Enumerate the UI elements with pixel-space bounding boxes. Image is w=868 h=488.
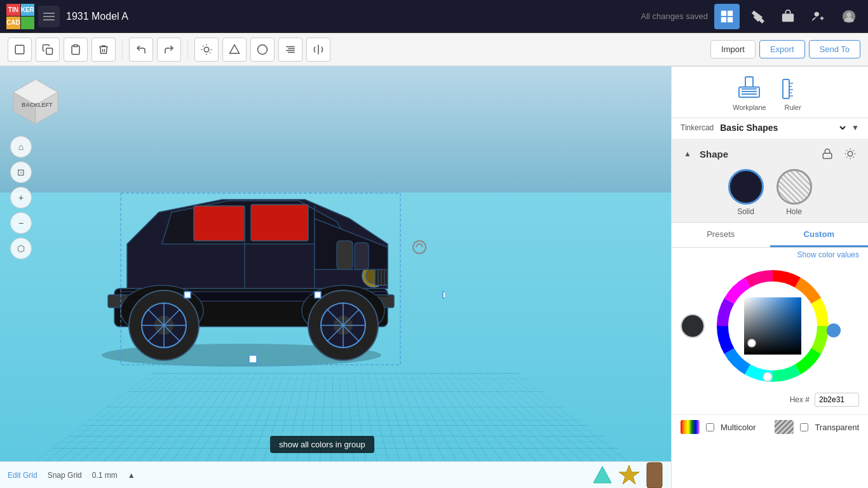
presets-tab[interactable]: Presets <box>672 223 770 247</box>
svg-rect-0 <box>43 13 55 14</box>
edit-grid-label[interactable]: Edit Grid <box>8 471 37 480</box>
workplane-tool[interactable]: Workplane <box>733 73 766 111</box>
svg-rect-70 <box>315 292 321 298</box>
svg-rect-3 <box>721 10 726 15</box>
svg-point-73 <box>413 241 426 254</box>
svg-line-94 <box>853 157 854 158</box>
main-area: BACK LEFT ⌂ ⊡ + − ⬡ <box>0 66 868 488</box>
copy-button[interactable] <box>36 37 60 62</box>
hex-label: Hex # <box>790 395 810 404</box>
brown-shape <box>646 459 663 489</box>
svg-line-93 <box>846 150 847 151</box>
multicolor-checkbox[interactable] <box>706 423 714 431</box>
workplane-label: Workplane <box>733 104 766 111</box>
shape-tool-button[interactable] <box>222 37 247 62</box>
svg-rect-68 <box>249 355 257 363</box>
align-tool-button[interactable] <box>278 37 302 62</box>
grid-view-button[interactable] <box>714 4 740 29</box>
zoom-out-button[interactable]: − <box>10 212 32 234</box>
3d-viewport[interactable]: BACK LEFT ⌂ ⊡ + − ⬡ <box>0 66 671 488</box>
hex-input[interactable] <box>815 393 859 407</box>
solid-shape-option[interactable]: Solid <box>728 169 764 216</box>
svg-line-18 <box>210 52 210 53</box>
color-bottom-options: Multicolor Transparent <box>672 414 868 439</box>
svg-marker-76 <box>619 465 639 484</box>
orientation-cube[interactable]: BACK LEFT <box>10 76 61 127</box>
workplane-ruler-row: Workplane Ruler <box>672 66 868 118</box>
tooltip-show-colors: show all colors in group <box>270 436 374 453</box>
perspective-button[interactable]: ⬡ <box>10 238 32 259</box>
tools-button[interactable] <box>745 4 770 29</box>
add-person-button[interactable] <box>806 4 831 29</box>
svg-line-17 <box>203 46 203 46</box>
svg-rect-77 <box>647 463 662 488</box>
car-model <box>64 130 445 371</box>
fit-nav-button[interactable]: ⊡ <box>10 161 32 183</box>
tinkercad-logo[interactable]: TIN KER CAD <box>6 4 32 29</box>
separator-2 <box>187 40 188 59</box>
svg-rect-80 <box>742 91 757 92</box>
light-tool-button[interactable] <box>194 37 219 62</box>
separator-1 <box>122 40 123 59</box>
transparent-label[interactable]: Transparent <box>815 423 859 432</box>
briefcase-button[interactable] <box>775 4 801 29</box>
blue-hue-indicator <box>827 323 841 337</box>
shape-header: ▲ Shape <box>681 145 859 163</box>
logo-cell-tin: TIN <box>6 4 20 17</box>
solid-circle <box>728 169 764 205</box>
transparent-checkbox[interactable] <box>800 423 808 431</box>
show-color-values-link[interactable]: Show color values <box>797 250 859 259</box>
shape-icons <box>818 145 859 163</box>
delete-button[interactable] <box>92 37 116 62</box>
undo-button[interactable] <box>129 37 153 62</box>
ruler-tool[interactable]: Ruler <box>779 73 807 111</box>
color-picker-area: Show color values <box>672 248 868 414</box>
svg-rect-69 <box>184 292 191 298</box>
redo-button[interactable] <box>157 37 181 62</box>
color-wheel-container[interactable] <box>712 266 833 386</box>
logo-cell-ker: KER <box>21 4 34 17</box>
sendto-button[interactable]: Send To <box>809 40 860 58</box>
viewport-bottom-bar: Edit Grid Snap Grid 0.1 mm ▲ <box>0 461 671 488</box>
right-panel: Workplane Ruler Tinker <box>671 66 868 488</box>
selected-color-circle[interactable] <box>681 314 705 338</box>
svg-rect-13 <box>74 44 78 46</box>
svg-line-98 <box>853 150 854 151</box>
svg-marker-75 <box>593 466 611 483</box>
profile-button[interactable] <box>836 4 862 29</box>
shapes-library: Tinkercad Basic Shapes ▼ <box>672 118 868 139</box>
snap-grid-arrow[interactable]: ▲ <box>128 471 135 480</box>
export-button[interactable]: Export <box>759 40 805 58</box>
shape-light-button[interactable] <box>841 145 859 163</box>
svg-point-22 <box>258 44 268 54</box>
svg-rect-71 <box>443 292 445 298</box>
custom-tab[interactable]: Custom <box>770 223 869 247</box>
svg-rect-52 <box>355 243 369 269</box>
gold-star-shape <box>618 464 641 487</box>
shapes-library-dropdown[interactable]: Basic Shapes <box>717 122 848 133</box>
multicolor-label[interactable]: Multicolor <box>721 423 768 432</box>
circle-tool-button[interactable] <box>250 37 275 62</box>
svg-rect-83 <box>783 79 789 98</box>
home-nav-button[interactable]: ⌂ <box>10 136 32 158</box>
zoom-in-button[interactable]: + <box>10 187 32 208</box>
multicolor-rainbow-icon <box>681 420 700 434</box>
svg-point-90 <box>848 151 853 156</box>
import-button[interactable]: Import <box>710 40 756 58</box>
color-wheel-svg <box>712 266 833 386</box>
shape-lock-button[interactable] <box>818 145 836 163</box>
paste-button[interactable] <box>64 37 88 62</box>
svg-rect-89 <box>823 153 832 158</box>
ruler-label: Ruler <box>785 104 801 111</box>
hamburger-button[interactable] <box>38 6 60 27</box>
new-button[interactable] <box>8 37 32 62</box>
shape-collapse-button[interactable]: ▲ <box>681 147 695 161</box>
mirror-tool-button[interactable] <box>306 37 330 62</box>
logo-cell-empty <box>21 17 34 29</box>
svg-rect-48 <box>251 205 308 241</box>
hole-shape-option[interactable]: Hole <box>776 169 812 216</box>
shapes-library-arrow-icon[interactable]: ▼ <box>851 123 859 132</box>
svg-rect-5 <box>721 17 726 22</box>
svg-rect-7 <box>782 13 794 22</box>
svg-point-10 <box>846 12 851 17</box>
